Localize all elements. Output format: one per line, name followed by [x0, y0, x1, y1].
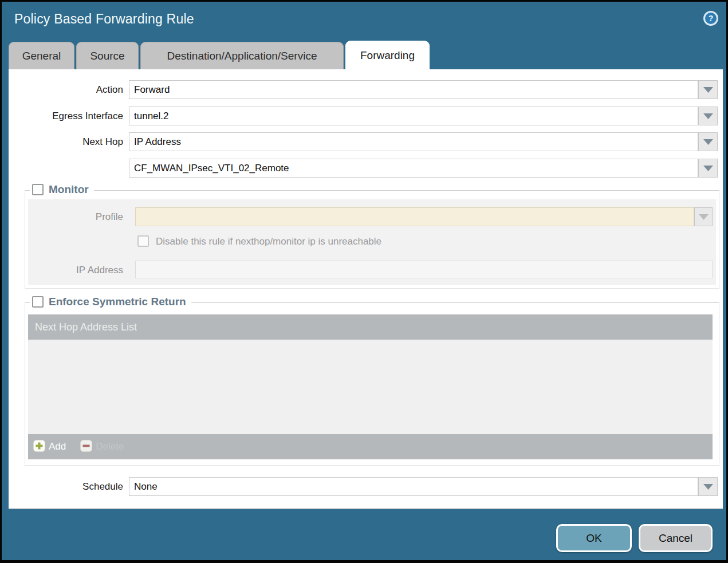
egress-interface-label: Egress Interface [9, 107, 123, 125]
profile-dropdown-button [694, 207, 713, 226]
next-hop-type-select[interactable]: IP Address [129, 132, 698, 151]
schedule-select[interactable]: None [129, 477, 698, 496]
monitor-checkbox[interactable] [32, 184, 44, 195]
delete-button: Delete [80, 440, 124, 454]
action-select[interactable]: Forward [129, 80, 698, 99]
monitor-body: Profile Disable this rule if nexthop/mon… [28, 199, 716, 285]
next-hop-address-table: Next Hop Address List Add [28, 314, 713, 459]
egress-interface-select[interactable]: tunnel.2 [129, 107, 698, 125]
action-label: Action [9, 80, 123, 99]
plus-icon [33, 440, 45, 454]
tab-bar: General Source Destination/Application/S… [9, 42, 431, 69]
chevron-down-icon [703, 482, 713, 492]
symmetric-return-legend: Enforce Symmetric Return [30, 296, 191, 308]
chevron-down-icon [703, 111, 713, 121]
add-button-label: Add [49, 441, 66, 452]
help-icon[interactable]: ? [703, 10, 719, 26]
profile-select [135, 207, 694, 226]
action-dropdown-button[interactable] [698, 80, 718, 99]
forwarding-tab-panel: Action Forward Egress Interface tunnel.2… [9, 69, 723, 509]
profile-label: Profile [28, 207, 123, 226]
pbf-rule-dialog: Policy Based Forwarding Rule ? General S… [0, 0, 728, 563]
disable-rule-label: Disable this rule if nexthop/monitor ip … [156, 235, 381, 248]
cancel-button[interactable]: Cancel [639, 524, 713, 552]
schedule-dropdown-button[interactable] [698, 477, 718, 496]
monitor-legend-label: Monitor [49, 183, 89, 196]
next-hop-address-table-toolbar: Add Delete [28, 434, 713, 459]
symmetric-return-legend-label: Enforce Symmetric Return [49, 296, 186, 308]
monitor-legend: Monitor [30, 183, 94, 196]
next-hop-address-table-body [28, 340, 713, 434]
ok-button[interactable]: OK [556, 524, 632, 552]
monitor-ip-address-label: IP Address [28, 261, 123, 279]
schedule-label: Schedule [9, 477, 123, 496]
chevron-down-icon [703, 137, 713, 147]
monitor-fieldset: Monitor Profile Disable this rule if nex… [25, 190, 719, 289]
dialog-title: Policy Based Forwarding Rule [14, 11, 194, 27]
tab-source[interactable]: Source [76, 42, 139, 69]
monitor-ip-address-input [135, 261, 713, 278]
symmetric-return-checkbox[interactable] [32, 296, 44, 308]
delete-button-label: Delete [96, 441, 124, 452]
next-hop-label: Next Hop [9, 132, 123, 151]
symmetric-return-fieldset: Enforce Symmetric Return Next Hop Addres… [25, 302, 719, 466]
minus-icon [80, 440, 92, 454]
tab-forwarding[interactable]: Forwarding [345, 41, 430, 69]
tab-destination-application-service[interactable]: Destination/Application/Service [140, 42, 344, 69]
next-hop-address-dropdown-button[interactable] [698, 159, 718, 178]
chevron-down-icon [703, 163, 713, 174]
next-hop-address-list-column-header: Next Hop Address List [28, 314, 713, 340]
chevron-down-icon [699, 212, 709, 222]
egress-interface-dropdown-button[interactable] [698, 107, 718, 125]
add-button[interactable]: Add [33, 440, 66, 454]
disable-rule-checkbox [137, 235, 149, 247]
tab-general[interactable]: General [9, 42, 74, 69]
next-hop-address-select[interactable]: CF_MWAN_IPsec_VTI_02_Remote [129, 159, 698, 178]
svg-text:?: ? [709, 14, 714, 23]
next-hop-type-dropdown-button[interactable] [698, 132, 718, 151]
chevron-down-icon [703, 85, 713, 95]
